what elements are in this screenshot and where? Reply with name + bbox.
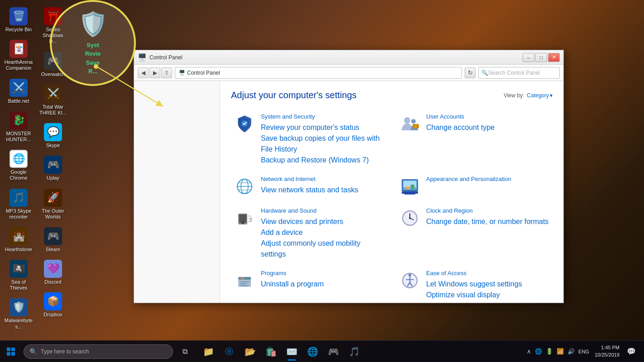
taskbar-file-explorer[interactable]: 📁 <box>198 342 218 362</box>
system-clock[interactable]: 1:45 PM 10/25/2019 <box>593 344 621 358</box>
maximize-button[interactable]: □ <box>535 53 547 62</box>
svg-rect-39 <box>240 283 246 284</box>
mail-icon: ✉️ <box>286 346 298 357</box>
search-box[interactable]: 🔍 Search Control Panel <box>478 67 560 79</box>
system-security-sub3[interactable]: Backup and Restore (Windows 7) <box>261 155 384 166</box>
network-internet-icon <box>234 176 255 197</box>
control-panel-icon: 🖥️ <box>138 53 147 62</box>
svg-rect-50 <box>7 352 10 356</box>
hardware-sub3[interactable]: Adjust commonly used mobility settings <box>261 238 384 260</box>
category-system-security[interactable]: System and Security Review your computer… <box>231 110 387 169</box>
category-hardware-sound[interactable]: Hardware and Sound View devices and prin… <box>231 204 387 263</box>
recycle-bin-icon: 🗑️ <box>10 7 28 25</box>
ease-of-access-name[interactable]: Ease of Access <box>426 270 550 277</box>
taskbar-apps: 📁 ⓔ 📂 🛍️ ✉️ 🌐 🎮 🎵 <box>198 342 526 362</box>
clock-date: 10/25/2019 <box>595 352 620 358</box>
category-ease-of-access[interactable]: Ease of Access Let Windows suggest setti… <box>396 266 553 303</box>
desktop-icon-recycle-bin[interactable]: 🗑️ Recycle Bin <box>2 5 35 35</box>
network-sub1[interactable]: View network status and tasks <box>261 185 384 195</box>
category-user-accounts[interactable]: ✓ User Accounts Change account type <box>396 110 553 169</box>
desktop-icon-mp3skype[interactable]: 🎵 MP3 Skype recorder <box>2 186 35 223</box>
uplay-icon: 🎮 <box>44 156 62 174</box>
taskbar-file-manager[interactable]: 📂 <box>240 342 260 362</box>
tray-language[interactable]: ENG <box>577 348 590 355</box>
svg-rect-20 <box>411 185 414 189</box>
forward-button[interactable]: ▶ <box>149 67 160 78</box>
ease-sub1[interactable]: Let Windows suggest settings <box>426 279 550 290</box>
notification-icon: 💬 <box>627 347 636 356</box>
malwarebytes-icon: 🛡️ <box>10 298 28 316</box>
desktop-icon-hearthstone[interactable]: 🏰 Hearthstone <box>2 224 35 255</box>
view-by-dropdown[interactable]: Category ▾ <box>527 92 553 99</box>
search-icon: 🔍 <box>481 70 488 76</box>
desktop-icon-skype[interactable]: 💬 Skype <box>37 120 69 151</box>
start-button[interactable] <box>0 341 22 362</box>
category-network-internet[interactable]: Network and Internet View network status… <box>231 172 387 201</box>
close-button[interactable]: ✕ <box>548 53 560 62</box>
taskbar-xbox-btn[interactable]: 🎮 <box>323 342 343 362</box>
taskbar-edge[interactable]: ⓔ <box>219 342 239 362</box>
appearance-name[interactable]: Appearance and Personalization <box>426 176 550 183</box>
back-button[interactable]: ◀ <box>138 67 149 78</box>
tray-volume-icon[interactable]: 🔊 <box>567 347 576 356</box>
chevron-down-icon: ▾ <box>550 92 553 99</box>
desktop-icon-battlenet[interactable]: ⚔️ Battle.net <box>2 76 35 107</box>
clock-region-name[interactable]: Clock and Region <box>426 207 550 215</box>
svg-point-27 <box>242 222 244 223</box>
desktop-icon-chrome[interactable]: 🌐 Google Chrome <box>2 147 35 184</box>
taskbar-chrome-btn[interactable]: 🌐 <box>303 342 322 362</box>
user-accounts-sub1[interactable]: Change account type <box>426 122 550 133</box>
desktop-icon-steam[interactable]: 🎮 Steam <box>37 224 69 255</box>
taskbar-app8[interactable]: 🎵 <box>344 342 364 362</box>
desktop-icon-sea-of-thieves[interactable]: 🏴‍☠️ Sea of Thieves <box>2 257 35 294</box>
tray-battery-icon[interactable]: 🔋 <box>545 347 554 356</box>
system-security-name[interactable]: System and Security <box>261 113 384 121</box>
up-button[interactable]: ⇧ <box>161 67 172 78</box>
clock-time: 1:45 PM <box>601 344 620 351</box>
chrome-label: Google Chrome <box>4 169 33 181</box>
battlenet-icon: ⚔️ <box>10 79 28 97</box>
hardware-sub1[interactable]: View devices and printers <box>261 216 384 227</box>
view-by-value: Category <box>527 92 549 99</box>
desktop-icon-mhw[interactable]: 🐉 MONSTER HUNTER... <box>2 109 35 145</box>
address-path[interactable]: 🖥️ Control Panel <box>175 67 462 79</box>
edge-icon: ⓔ <box>225 346 233 357</box>
tray-up-arrow-icon[interactable]: ∧ <box>526 347 532 356</box>
category-programs[interactable]: Programs Uninstall a program <box>231 266 387 303</box>
mhw-icon: 🐉 <box>10 111 28 129</box>
taskbar-mail[interactable]: ✉️ <box>282 342 302 362</box>
clock-sub1[interactable]: Change date, time, or number formats <box>426 216 550 227</box>
system-security-sub1[interactable]: Review your computer's status <box>261 122 384 133</box>
user-accounts-name[interactable]: User Accounts <box>426 113 550 121</box>
desktop-icon-dropbox[interactable]: 📦 Dropbox <box>37 290 69 320</box>
svg-text:✓: ✓ <box>414 124 418 129</box>
desktop-icon-uplay[interactable]: 🎮 Uplay <box>37 153 69 184</box>
category-appearance[interactable]: Appearance and Personalization <box>396 172 553 201</box>
hardware-sound-name[interactable]: Hardware and Sound <box>261 207 384 215</box>
windows-logo-icon <box>6 347 15 356</box>
programs-icon <box>234 270 255 291</box>
task-view-button[interactable]: ⧉ <box>175 342 195 362</box>
desktop-icon-total-war[interactable]: ⚔️ Total War THREE KI... <box>37 82 69 119</box>
categories-grid: System and Security Review your computer… <box>231 110 553 303</box>
desktop-icon-discord[interactable]: 💜 Discord <box>37 257 69 288</box>
minimize-button[interactable]: – <box>523 53 534 62</box>
system-security-sub2[interactable]: Save backup copies of your files with Fi… <box>261 133 384 155</box>
taskbar-store[interactable]: 🛍️ <box>261 342 281 362</box>
chrome-icon: 🌐 <box>10 150 28 168</box>
svg-point-4 <box>404 117 410 124</box>
category-clock-region[interactable]: Clock and Region Change date, time, or n… <box>396 204 553 263</box>
ease-sub2[interactable]: Optimize visual display <box>426 290 550 300</box>
programs-name[interactable]: Programs <box>261 270 384 277</box>
tray-wifi-icon[interactable]: 📶 <box>556 347 565 356</box>
refresh-button[interactable]: ↻ <box>465 67 476 78</box>
taskbar-search-bar[interactable]: 🔍 Type here to search <box>24 344 173 359</box>
tray-network-icon[interactable]: 🌐 <box>534 347 543 356</box>
network-internet-name[interactable]: Network and Internet <box>261 176 384 183</box>
desktop-icon-outer-worlds[interactable]: 🚀 The Outer Worlds <box>37 186 69 223</box>
desktop-icon-malwarebytes[interactable]: 🛡️ Malwarebytes... <box>2 295 35 332</box>
hardware-sub2[interactable]: Add a device <box>261 227 384 238</box>
programs-sub1[interactable]: Uninstall a program <box>261 279 384 290</box>
desktop-icon-heartharena[interactable]: 🃏 HearthArena Companion <box>2 37 35 74</box>
notification-button[interactable]: 💬 <box>624 344 639 359</box>
